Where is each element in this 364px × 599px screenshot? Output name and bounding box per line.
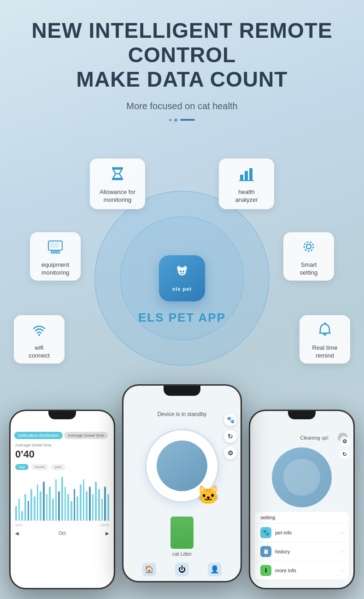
svg-rect-9 — [249, 168, 252, 180]
cleaning-circle — [272, 447, 332, 507]
chart-footer: 10/1 10/15 — [11, 521, 114, 527]
nav-home-icon[interactable]: 🏠 — [142, 563, 156, 576]
filter-year[interactable]: year — [51, 464, 65, 470]
cat-icon-btn[interactable]: 🐾 — [224, 413, 237, 426]
more-icon: ℹ — [260, 565, 271, 576]
cat-litter-section: cat Litter — [170, 517, 194, 557]
filter-month[interactable]: month — [31, 464, 48, 470]
svg-rect-10 — [239, 180, 254, 181]
pet-icon: 🐾 — [260, 527, 271, 538]
device-inner — [157, 440, 207, 491]
equipment-label: equipment monitoring — [41, 261, 70, 277]
cat-litter-label: cat Litter — [172, 551, 192, 557]
nav-person-icon[interactable]: 👤 — [208, 563, 222, 576]
wifi-label: wifi connect — [29, 344, 50, 360]
bottom-nav: 🏠 ⏻ 👤 — [123, 563, 241, 576]
left-phone-notch — [48, 411, 76, 419]
app-name-label: els pet — [172, 286, 192, 292]
divider — [14, 118, 350, 122]
dash — [180, 119, 195, 121]
allowance-label: Allowance for monitoring — [100, 188, 135, 204]
chevron-icon-2: › — [341, 548, 343, 555]
left-phone: Defecation distribution Average bowel ti… — [9, 410, 115, 589]
left-phone-screen: Defecation distribution Average bowel ti… — [11, 411, 114, 588]
feature-card-equipment[interactable]: equipment monitoring — [30, 232, 81, 281]
cat-litter-bar — [170, 517, 194, 549]
svg-rect-12 — [53, 251, 58, 252]
center-phone: Device is in standby 🐾 ↻ ⚙ 🐱 cat Litter — [122, 384, 242, 582]
page-content: NEW INTELLIGENT REMOTE CONTROL MAKE DATA… — [0, 0, 364, 578]
history-icon: 📋 — [260, 546, 271, 557]
filter-day[interactable]: day — [15, 464, 29, 470]
gear-icon — [299, 237, 318, 258]
right-action-1[interactable]: ⚙ — [340, 436, 350, 446]
chevron-icon-1: › — [341, 529, 343, 536]
status-bar: Device is in standby — [123, 409, 241, 420]
main-title: NEW INTELLIGENT REMOTE CONTROL MAKE DATA… — [14, 18, 350, 92]
chevron-icon-3: › — [341, 567, 343, 574]
right-phone: Cleaning up! ✕ ⚙ ↻ setting 🐾 pet info — [249, 410, 355, 589]
svg-rect-8 — [245, 171, 248, 180]
device-circle: 🐱 — [145, 429, 219, 503]
feature-card-remind[interactable]: Real time remind — [299, 315, 350, 364]
more-info-label: more info — [275, 568, 341, 573]
settings-icon-btn[interactable]: ⚙ — [224, 446, 237, 459]
app-center-icon[interactable]: els pet — [159, 255, 205, 301]
svg-point-15 — [304, 242, 313, 251]
svg-rect-13 — [50, 242, 59, 248]
chart-tabs: Defecation distribution Average bowel ti… — [14, 432, 110, 439]
time-label: Average bowel time — [11, 443, 114, 447]
svg-point-2 — [183, 266, 187, 270]
setting-row-history[interactable]: 📋 history › — [255, 542, 349, 561]
right-action-2[interactable]: ↻ — [340, 449, 350, 459]
feature-card-wifi[interactable]: wifi connect — [14, 315, 65, 364]
standby-text: Device is in standby — [158, 411, 207, 417]
tab-bowel[interactable]: Average bowel time — [64, 432, 108, 439]
pet-logo-icon — [174, 264, 190, 285]
feature-card-smart[interactable]: Smart setting — [283, 232, 334, 281]
setting-row-more[interactable]: ℹ more info › — [255, 561, 349, 580]
feature-card-health[interactable]: health analyzer — [219, 159, 274, 209]
health-label: health analyzer — [235, 188, 258, 204]
time-value: 0'40 — [11, 448, 114, 460]
svg-point-4 — [182, 270, 184, 272]
next-month-icon[interactable]: ▶ — [106, 531, 109, 536]
dot2 — [174, 118, 177, 122]
cleaning-label: Cleaning up! — [293, 433, 335, 443]
prev-month-icon[interactable]: ◀ — [15, 531, 19, 536]
app-title: ELS PET APP — [138, 311, 226, 325]
subtitle: More focused on cat health — [14, 101, 350, 112]
dot1 — [169, 119, 171, 121]
svg-point-3 — [180, 270, 182, 272]
features-circle: els pet ELS PET APP Allowance for monito… — [0, 145, 364, 412]
feature-card-allowance[interactable]: Allowance for monitoring — [90, 159, 145, 209]
svg-rect-7 — [240, 175, 243, 180]
phones-section: Defecation distribution Average bowel ti… — [0, 384, 364, 578]
bar-chart — [11, 475, 114, 521]
smart-label: Smart setting — [300, 261, 317, 277]
setting-row-pet[interactable]: 🐾 pet info › — [255, 523, 349, 542]
side-actions: 🐾 ↻ ⚙ — [224, 413, 237, 459]
month-label: Oct — [59, 531, 66, 536]
nav-power-icon[interactable]: ⏻ — [175, 563, 189, 576]
center-phone-screen: Device is in standby 🐾 ↻ ⚙ 🐱 cat Litter — [123, 386, 241, 581]
settings-panel: setting 🐾 pet info › 📋 history › ℹ more … — [255, 512, 349, 580]
setting-title: setting — [255, 512, 349, 523]
history-label: history — [275, 549, 341, 554]
hourglass-icon — [108, 164, 127, 185]
svg-point-16 — [38, 334, 40, 336]
wifi-icon — [30, 320, 48, 341]
bar-chart-icon — [237, 164, 256, 185]
monitor-icon — [46, 237, 65, 258]
time-filters: day month year — [11, 464, 114, 470]
header-section: NEW INTELLIGENT REMOTE CONTROL MAKE DATA… — [0, 0, 364, 145]
svg-point-1 — [177, 266, 181, 270]
bell-icon — [316, 320, 334, 341]
month-nav: ◀ Oct ▶ — [11, 527, 114, 538]
pet-info-label: pet info — [275, 530, 341, 535]
tab-defecation[interactable]: Defecation distribution — [14, 432, 63, 439]
svg-point-14 — [306, 244, 311, 249]
center-phone-notch — [164, 386, 200, 396]
right-phone-screen: Cleaning up! ✕ ⚙ ↻ setting 🐾 pet info — [250, 411, 353, 588]
refresh-icon-btn[interactable]: ↻ — [224, 430, 237, 443]
